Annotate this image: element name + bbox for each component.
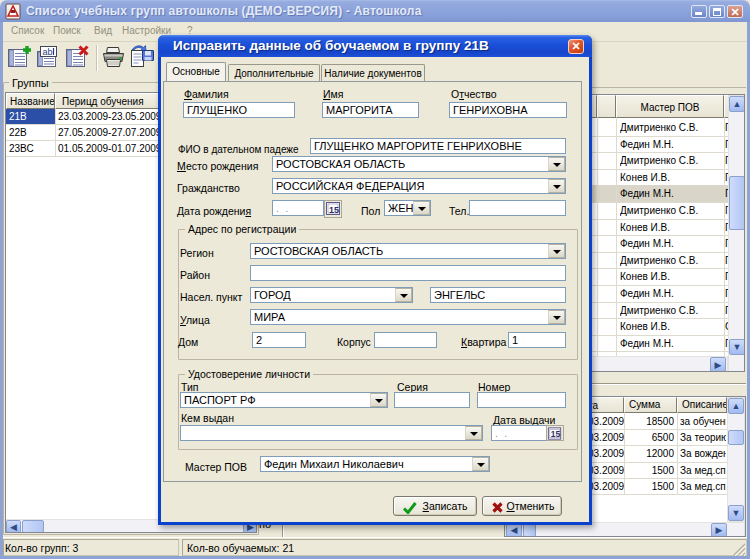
svg-text:15: 15 (329, 205, 339, 215)
svg-text:ab: ab (43, 47, 53, 57)
svg-text:15: 15 (551, 429, 561, 439)
